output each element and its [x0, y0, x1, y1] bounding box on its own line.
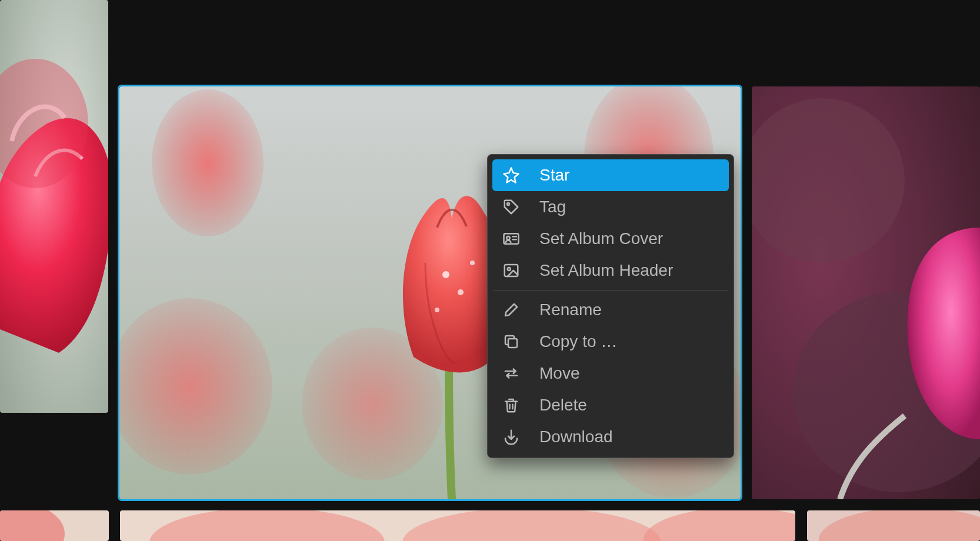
menu-item-label: Move — [539, 364, 579, 383]
copy-icon — [501, 331, 522, 352]
photo-tile-5[interactable] — [807, 510, 980, 541]
svg-point-8 — [442, 271, 449, 278]
menu-item-label: Delete — [539, 396, 587, 415]
menu-item-label: Tag — [539, 198, 566, 216]
gallery-canvas: Star Tag Set Album Cover Set Album Heade… — [0, 0, 980, 541]
image-icon — [501, 260, 522, 281]
id-card-icon — [501, 228, 522, 249]
menu-item-label: Set Album Cover — [539, 229, 663, 248]
menu-item-set-album-cover[interactable]: Set Album Cover — [492, 223, 729, 255]
svg-point-11 — [435, 308, 439, 312]
svg-point-25 — [506, 236, 510, 240]
swap-icon — [501, 363, 522, 384]
tag-icon — [501, 196, 522, 218]
trash-icon — [501, 395, 522, 416]
menu-item-tag[interactable]: Tag — [492, 191, 729, 223]
menu-item-label: Rename — [539, 300, 602, 319]
photo-tile-4[interactable] — [120, 510, 795, 541]
menu-item-download[interactable]: Download — [492, 421, 729, 453]
menu-item-copy-to[interactable]: Copy to … — [492, 326, 729, 358]
menu-item-delete[interactable]: Delete — [492, 389, 729, 421]
menu-item-star[interactable]: Star — [492, 159, 729, 191]
menu-item-rename[interactable]: Rename — [492, 294, 729, 326]
svg-point-27 — [508, 268, 511, 270]
download-icon — [501, 426, 522, 448]
menu-item-move[interactable]: Move — [492, 358, 729, 389]
svg-point-9 — [458, 289, 464, 295]
menu-item-label: Download — [539, 428, 613, 446]
svg-point-10 — [470, 261, 475, 265]
svg-rect-26 — [505, 265, 518, 276]
pencil-icon — [501, 299, 522, 320]
menu-item-set-album-header[interactable]: Set Album Header — [492, 255, 729, 286]
photo-tile-2[interactable] — [752, 86, 980, 499]
star-icon — [501, 165, 522, 186]
menu-item-label: Copy to … — [539, 332, 617, 351]
svg-point-16 — [0, 510, 65, 541]
photo-tile-3[interactable] — [0, 510, 109, 541]
menu-item-label: Star — [539, 166, 569, 185]
photo-tile-0[interactable] — [0, 0, 108, 413]
menu-separator — [494, 290, 728, 290]
svg-point-3 — [152, 89, 264, 236]
svg-rect-28 — [508, 339, 517, 348]
photo-context-menu: Star Tag Set Album Cover Set Album Heade… — [487, 154, 734, 458]
svg-point-23 — [507, 203, 509, 205]
menu-item-label: Set Album Header — [539, 261, 673, 280]
